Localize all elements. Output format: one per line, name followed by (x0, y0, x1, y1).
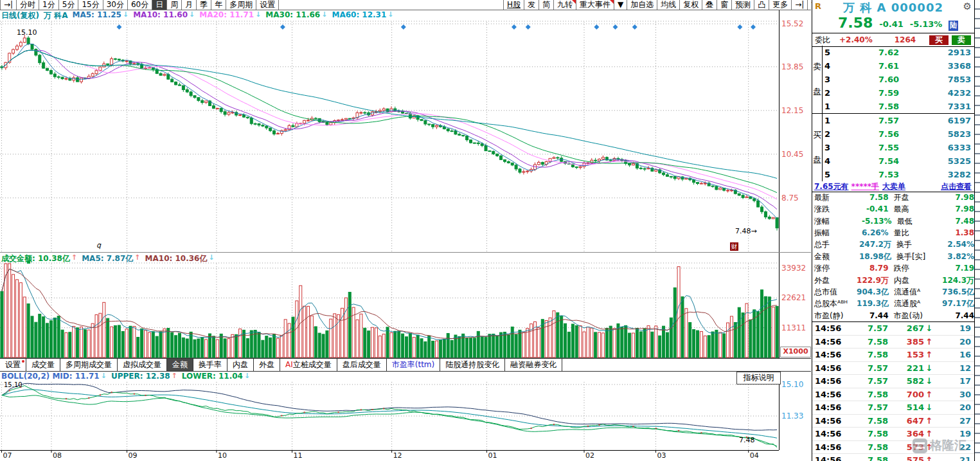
bid-level-2[interactable]: 27.565823 (823, 127, 974, 141)
ask-level-3[interactable]: 37.607853 (823, 73, 974, 86)
stat-row: 金额18.98亿换手[实]3.82% (812, 251, 974, 262)
timeframe-tab[interactable]: 周 (167, 0, 182, 10)
stat-value: 6.26% (862, 227, 889, 239)
ask-level-5[interactable]: 57.622913 (823, 46, 974, 59)
tick-row[interactable]: 14:567.58153↑16 (812, 348, 974, 362)
timeframe-tab[interactable]: 日 (152, 0, 167, 10)
indicator-tab[interactable]: 设置 (0, 359, 26, 371)
tool-tab[interactable]: 发 (524, 0, 539, 10)
trend-arrow-icon: ↓ (123, 10, 129, 21)
stats-grid: 最新7.58开盘7.98涨跌-0.41最高7.98涨幅-5.13%最低7.48振… (812, 192, 974, 322)
indicator-help-button[interactable]: 指标说明 (736, 372, 781, 384)
timeframe-tab[interactable]: 分时 (17, 0, 39, 10)
tick-row[interactable]: 14:567.57514↓20 (812, 401, 974, 415)
bid-level-3[interactable]: 37.556333 (823, 141, 974, 154)
indicator-tab[interactable]: 金额 (167, 359, 193, 371)
indicator-tab[interactable]: 融资融券变化 (505, 359, 562, 371)
indicator-value: MA10: 10.36亿 (145, 253, 208, 264)
indicator-tab[interactable]: 内盘 (227, 359, 254, 371)
stat-row: 涨幅-5.13%最低7.48 (812, 215, 974, 227)
timeframe-tab[interactable]: 15分 (78, 0, 103, 10)
stat-value: 7.98 (948, 203, 975, 215)
month-label: 04 (750, 451, 759, 460)
indicator-tab[interactable]: 盘后成交量 (337, 359, 387, 371)
timeframe-tab[interactable]: 多周期 (226, 0, 256, 10)
stat-value: 122.9万 (857, 275, 889, 286)
timeframe-tab[interactable]: 30分 (103, 0, 128, 10)
tool-tab[interactable]: 加自选 (627, 0, 657, 10)
indicator-tab[interactable]: 多周期成交量 (60, 359, 118, 371)
tool-tab[interactable]: 窗 (717, 0, 732, 10)
top-toolbar: →| 分时1分5分15分30分60分日周月季年多周期设置 H股发简九转重大事件▼… (0, 0, 811, 10)
indicator-tab[interactable]: AI立桩成交量 (280, 359, 337, 371)
trend-arrow-icon: ↑ (172, 372, 177, 381)
bid-level-1[interactable]: 17.576197 (823, 114, 974, 127)
tool-tab[interactable]: 复权 (680, 0, 702, 10)
tick-volume: 267 (888, 322, 924, 335)
tick-volume: 385 (888, 336, 924, 348)
buy-button[interactable]: 买 (929, 35, 949, 45)
tick-time: 14:56 (812, 375, 846, 388)
tick-price: 7.57 (846, 322, 888, 335)
indicator-tab[interactable]: 陆股通持股变化 (440, 359, 505, 371)
month-label: 07 (3, 451, 12, 460)
month-label: 03 (657, 451, 666, 460)
tool-tab[interactable]: 简 (539, 0, 554, 10)
timeframe-tab[interactable]: 60分 (128, 0, 152, 10)
stat-row: 涨停8.79跌停7.19 (812, 262, 974, 274)
stat-value: 97.17亿 (942, 298, 974, 309)
indicator-tab[interactable]: 虚拟成交量 (118, 359, 167, 371)
tick-row[interactable]: 14:567.57582↓17 (812, 375, 974, 388)
arrow-down-icon: ↓ (924, 401, 934, 414)
tool-tab[interactable]: ▼ (614, 0, 627, 10)
timeframe-tab[interactable]: 季 (197, 0, 211, 10)
tick-count: 16 (934, 348, 974, 361)
news-badge-icon[interactable]: 财 (730, 242, 738, 251)
tool-tab[interactable]: 凸 (754, 0, 769, 10)
stat-row: 最新7.58开盘7.98 (812, 192, 974, 203)
tick-row[interactable]: 14:567.58575↑21 (812, 454, 974, 461)
kline-volume-boll-charts[interactable] (0, 0, 811, 461)
tick-price: 7.57 (846, 362, 888, 375)
tool-tab[interactable]: 九转 (554, 0, 576, 10)
tick-row[interactable]: 14:567.57221↓12 (812, 362, 974, 375)
boll-axis-label: 11.33 (781, 411, 803, 420)
indicator-tab[interactable]: 换手率 (193, 359, 227, 371)
tool-tab[interactable]: 均线 (657, 0, 680, 10)
timeframe-tab[interactable]: 5分 (59, 0, 79, 10)
indicator-tab[interactable]: 外盘 (254, 359, 280, 371)
tick-row[interactable]: 14:567.58385↑20 (812, 336, 974, 349)
timeframe-tab[interactable]: 设置 (256, 0, 279, 10)
timeframe-tab[interactable]: 1分 (39, 0, 59, 10)
tick-price: 7.57 (846, 401, 888, 414)
ask-level-1[interactable]: 17.587331 (823, 100, 974, 113)
tool-tab[interactable]: 更多 (769, 0, 792, 10)
ask-level-2[interactable]: 27.594232 (823, 86, 974, 100)
sell-button[interactable]: 卖 (952, 35, 971, 45)
tool-tab[interactable]: 预测 (732, 0, 754, 10)
indicator-tab[interactable]: 成交量 (26, 359, 60, 371)
timeframe-tab[interactable]: 月 (182, 0, 197, 10)
tick-row[interactable]: 14:567.57267↓19 (812, 322, 974, 336)
tool-tab[interactable]: →| (792, 0, 808, 10)
bid-level-4[interactable]: 47.545325 (823, 154, 974, 168)
bid-level-5[interactable]: 57.533282 (823, 168, 974, 181)
tool-tab[interactable]: 叠 (702, 0, 717, 10)
notice-view-link[interactable]: 点击查看 (941, 181, 974, 192)
big-order-notice[interactable]: 7.65 元有 ***** 手 大卖单 点击查看 (812, 181, 974, 192)
ask-level-4[interactable]: 47.613368 (823, 59, 974, 73)
tick-row[interactable]: 14:567.58647↑27 (812, 415, 974, 428)
timeframe-tab[interactable]: 年 (211, 0, 226, 10)
stat-value: 7.44 (948, 310, 975, 321)
gear-icon[interactable]: ⚙ (963, 1, 972, 12)
tick-count: 12 (934, 362, 974, 375)
stat-label: 市盈(动) (889, 310, 948, 321)
jump-arrow-icon[interactable]: →| (0, 0, 17, 10)
indicator-tab[interactable]: 市盈率(ttm) (387, 359, 440, 371)
month-label: 09 (129, 451, 138, 460)
indicator-value: MA60: 12.31 (332, 10, 386, 21)
tool-tab[interactable]: H股 (503, 0, 524, 10)
stat-label: 最低 (892, 215, 951, 227)
tick-row[interactable]: 14:567.58700↑30 (812, 388, 974, 402)
tool-tab[interactable]: 重大事件 (576, 0, 614, 10)
